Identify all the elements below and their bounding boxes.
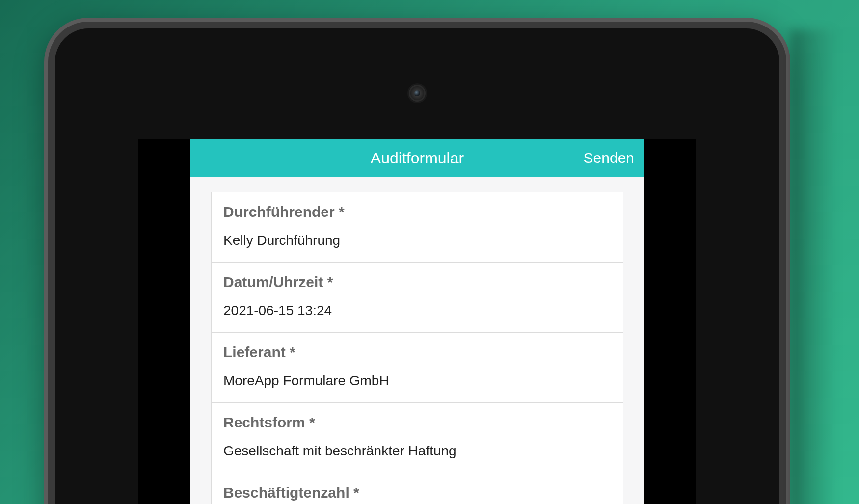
- field-label: Durchführender *: [223, 203, 611, 221]
- tablet-camera: [409, 85, 426, 102]
- field-durchfuehrender[interactable]: Durchführender *: [212, 192, 623, 263]
- field-lieferant[interactable]: Lieferant *: [212, 333, 623, 403]
- form-card: Durchführender * Datum/Uhrzeit * Liefera…: [211, 192, 623, 504]
- field-datum-uhrzeit[interactable]: Datum/Uhrzeit *: [212, 263, 623, 333]
- tablet-device-frame: Auditformular Senden Durchführender * Da…: [44, 18, 790, 504]
- field-input-rechtsform[interactable]: [223, 443, 611, 459]
- field-label: Rechtsform *: [223, 414, 611, 431]
- form-scroll-area[interactable]: Durchführender * Datum/Uhrzeit * Liefera…: [190, 177, 644, 504]
- field-input-lieferant[interactable]: [223, 373, 611, 389]
- field-input-datum-uhrzeit[interactable]: [223, 303, 611, 318]
- field-rechtsform[interactable]: Rechtsform *: [212, 403, 623, 473]
- field-label: Datum/Uhrzeit *: [223, 273, 611, 291]
- send-button[interactable]: Senden: [574, 139, 644, 177]
- app-header: Auditformular Senden: [190, 139, 644, 177]
- tablet-screen: Auditformular Senden Durchführender * Da…: [138, 139, 696, 504]
- field-label: Lieferant *: [223, 344, 611, 361]
- field-input-durchfuehrender[interactable]: [223, 233, 611, 248]
- field-beschaeftigtenzahl[interactable]: Beschäftigtenzahl *: [212, 473, 623, 504]
- tablet-bezel: Auditformular Senden Durchführender * Da…: [55, 28, 779, 504]
- app-viewport: Auditformular Senden Durchführender * Da…: [190, 139, 644, 504]
- field-label: Beschäftigtenzahl *: [223, 484, 611, 502]
